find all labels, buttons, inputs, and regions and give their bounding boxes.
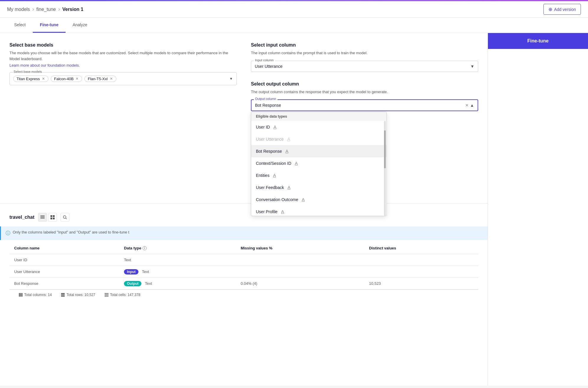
- userid-type-icon: A: [273, 124, 276, 129]
- output-col-arrow[interactable]: ▲: [470, 103, 474, 108]
- svg-rect-6: [53, 218, 55, 219]
- dataset-name: travel_chat: [9, 215, 35, 220]
- footer-total-cells: Total cells: 147,378: [105, 293, 141, 297]
- col-header-name: Column name: [9, 242, 119, 254]
- dropdown-item-userid[interactable]: User ID A: [251, 121, 386, 133]
- footer-bar: Total columns: 14 Total rows: 10,527: [9, 290, 478, 300]
- chip-falcon-close[interactable]: ✕: [75, 76, 79, 81]
- svg-rect-2: [40, 218, 45, 218]
- footer-total-cells-label: Total cells: 147,378: [110, 293, 141, 297]
- svg-line-8: [66, 218, 67, 219]
- svg-rect-20: [107, 295, 108, 295]
- two-col-layout: Select base models The models you choose…: [9, 42, 478, 121]
- add-version-button[interactable]: ⊕ Add version: [543, 4, 581, 15]
- output-col-value: Bot Response: [255, 103, 465, 108]
- col-header-missing: Missing values %: [236, 242, 364, 254]
- entities-type-icon: A: [273, 173, 276, 178]
- svg-point-7: [63, 216, 66, 218]
- breadcrumb-version: Version 1: [62, 7, 83, 12]
- info-banner-text: Only the columns labeled "Input" and "Ou…: [13, 230, 129, 234]
- dropdown-group-header: Eligible data types: [251, 112, 386, 121]
- userfeedback-type-icon: A: [288, 185, 290, 190]
- chip-falcon-label: Falcon-40B: [54, 77, 74, 81]
- view-icons: [38, 213, 57, 222]
- tab-finetune[interactable]: Fine-tune: [33, 18, 66, 33]
- left-column: Select base models The models you choose…: [9, 42, 237, 121]
- rows-icon: [61, 293, 65, 297]
- cells-icon: [105, 293, 108, 297]
- dropdown-scrollbar[interactable]: [384, 121, 386, 216]
- svg-rect-13: [61, 295, 65, 295]
- table-row: User Utterance Input Text: [9, 266, 478, 278]
- dropdown-item-convoutcome[interactable]: Conversation Outcome A: [251, 193, 386, 205]
- svg-rect-21: [105, 296, 106, 297]
- svg-rect-9: [19, 293, 20, 297]
- dropdown-item-botresponse[interactable]: Bot Response A: [251, 145, 386, 157]
- userprofile-type-icon: A: [281, 209, 284, 214]
- base-models-field[interactable]: Titan Express ✕ Falcon-40B ✕ Flan-T5-Xxl…: [9, 72, 237, 85]
- row-userid-missing: [236, 254, 364, 266]
- table-row: Bot Response Output Text 0.04% (4) 10,52…: [9, 278, 478, 290]
- dropdown-item-contextsessionid-label: Context/Session ID: [256, 161, 291, 166]
- datatype-info-icon[interactable]: i: [143, 246, 147, 250]
- fine-tune-button[interactable]: Fine-tune: [488, 33, 588, 49]
- svg-rect-0: [40, 216, 45, 216]
- svg-rect-18: [105, 295, 106, 295]
- input-col-field-label: Input column: [254, 58, 275, 62]
- dropdown-item-botresponse-label: Bot Response: [256, 149, 282, 154]
- search-icon: [63, 215, 67, 219]
- input-col-value: User Utterance: [255, 64, 282, 69]
- base-models-wrapper: Select base models Titan Express ✕ Falco…: [9, 72, 237, 85]
- dropdown-item-userutterance-label: User Utterance: [256, 137, 284, 142]
- breadcrumb-sep-1: ›: [32, 6, 34, 12]
- row-botresponse-dtype: Text: [145, 281, 152, 286]
- dropdown-item-contextsessionid[interactable]: Context/Session ID A: [251, 157, 386, 169]
- row-userutterance-dtype: Text: [142, 269, 149, 274]
- breadcrumb-mymodels[interactable]: My models: [7, 7, 30, 12]
- dropdown-item-userfeedback[interactable]: User Feedback A: [251, 181, 386, 193]
- chip-titan-close[interactable]: ✕: [41, 76, 46, 81]
- output-col-wrapper: Output column Bot Response ✕ ▲ Eligible …: [251, 99, 478, 111]
- add-version-label: Add version: [554, 7, 576, 12]
- svg-rect-12: [61, 293, 65, 294]
- dataset-search-button[interactable]: [61, 213, 69, 222]
- chip-flan[interactable]: Flan-T5-Xxl ✕: [84, 75, 116, 82]
- chip-falcon[interactable]: Falcon-40B ✕: [51, 75, 82, 82]
- dropdown-item-entities[interactable]: Entities A: [251, 169, 386, 181]
- foundation-models-link[interactable]: Learn more about our foundation models.: [9, 63, 80, 68]
- col-header-datatype: Data type i: [119, 242, 236, 254]
- footer-total-columns-label: Total columns: 14: [24, 293, 52, 297]
- output-col-clear[interactable]: ✕: [465, 103, 469, 108]
- dataset-area: travel_chat: [9, 203, 478, 300]
- breadcrumb: My models › fine_tune › Version 1: [7, 6, 83, 12]
- grid-view-icon[interactable]: [48, 213, 57, 222]
- tab-select[interactable]: Select: [7, 18, 33, 33]
- svg-rect-23: [107, 296, 108, 297]
- output-col-field[interactable]: Bot Response ✕ ▲: [251, 99, 478, 111]
- chip-titan-label: Titan Express: [17, 77, 40, 81]
- list-view-icon[interactable]: [38, 213, 47, 222]
- dropdown-item-userprofile[interactable]: User Profile A: [251, 205, 386, 216]
- info-icon: ⓘ: [6, 230, 10, 236]
- tab-analyze[interactable]: Analyze: [66, 18, 94, 33]
- dropdown-item-entities-label: Entities: [256, 173, 270, 178]
- botresponse-type-icon: A: [285, 149, 288, 154]
- svg-rect-16: [106, 293, 107, 294]
- list-icon: [40, 215, 45, 219]
- base-models-arrow: ▼: [229, 77, 233, 81]
- columns-icon: [19, 293, 22, 297]
- svg-rect-17: [107, 293, 108, 294]
- base-models-section: Select base models The models you choose…: [9, 42, 237, 85]
- chip-titan[interactable]: Titan Express ✕: [13, 75, 48, 82]
- svg-rect-22: [106, 296, 107, 297]
- input-col-select[interactable]: User Utterance ▼: [251, 61, 478, 72]
- table-header-row: Column name Data type i Missing values %…: [9, 242, 478, 254]
- content-area: Select base models The models you choose…: [0, 33, 488, 386]
- grid-icon: [50, 215, 55, 219]
- chip-flan-label: Flan-T5-Xxl: [88, 77, 107, 81]
- col-header-datatype-wrapper: Data type i: [124, 246, 231, 250]
- breadcrumb-finetune[interactable]: fine_tune: [36, 7, 56, 12]
- badge-output: Output: [124, 281, 141, 286]
- chip-flan-close[interactable]: ✕: [109, 76, 114, 81]
- footer-total-columns: Total columns: 14: [19, 293, 52, 297]
